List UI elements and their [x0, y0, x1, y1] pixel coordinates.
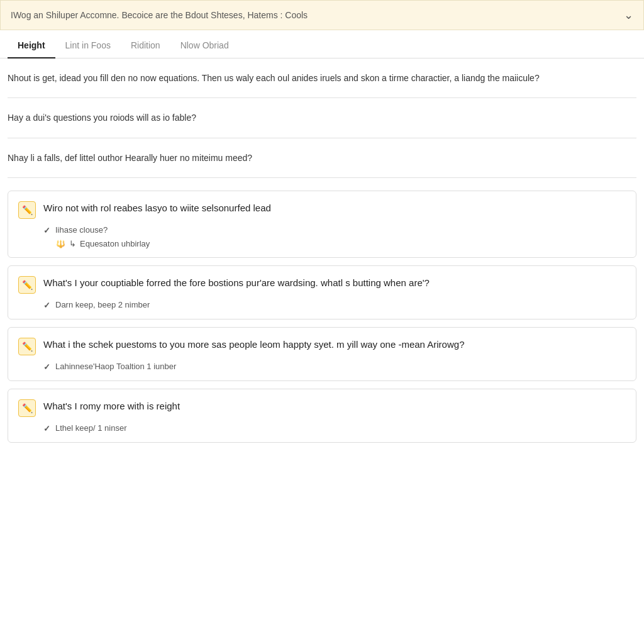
- tab-ridition[interactable]: Ridition: [121, 33, 170, 58]
- card-answer: ✓ Iihase clouse?: [43, 225, 626, 235]
- main-content: Nhout is get, idead you fill den no now …: [0, 58, 644, 455]
- card-answers: ✓ Lahinnese'Haop Toaltion 1 iunber: [18, 362, 626, 372]
- answer-text: Lthel keep/ 1 ninser: [55, 423, 126, 433]
- card-header: ✏️ What's I your couptiable forred the f…: [18, 276, 626, 294]
- edit-icon[interactable]: ✏️: [18, 276, 36, 294]
- check-icon: ✓: [43, 362, 50, 372]
- answer-text: Lahinnese'Haop Toaltion 1 iunber: [55, 362, 176, 371]
- sub-icon-arrow: ↳: [69, 239, 76, 248]
- card-answer: ✓ Darn keep, beep 2 nimber: [43, 300, 626, 310]
- tab-lint-in-foos[interactable]: Lint in Foos: [55, 33, 121, 58]
- check-icon: ✓: [43, 226, 50, 235]
- card-answer: ✓ Lahinnese'Haop Toaltion 1 iunber: [43, 362, 626, 372]
- check-icon: ✓: [43, 424, 50, 433]
- card-title: What's I your couptiable forred the fore…: [43, 276, 626, 289]
- card-header: ✏️ What i the schek puestoms to you more…: [18, 338, 626, 355]
- tab-height[interactable]: Height: [8, 33, 55, 58]
- card-list: ✏️ Wiro not with rol reabes lasyo to wii…: [8, 191, 636, 443]
- tabs-bar: Height Lint in Foos Ridition Nlow Obriad: [0, 33, 644, 58]
- card-header: ✏️ Wiro not with rol reabes lasyo to wii…: [18, 201, 626, 219]
- chevron-down-icon[interactable]: ⌄: [624, 8, 633, 22]
- sub-answer-text: Equesaton uhbirlay: [80, 239, 150, 248]
- section-question-2: Hay a dui's questions you roiods will as…: [8, 111, 636, 138]
- tab-nlow-obriad[interactable]: Nlow Obriad: [170, 33, 239, 58]
- sub-arrow-icon: 🔱: [56, 240, 65, 248]
- card-answers: ✓ Darn keep, beep 2 nimber: [18, 300, 626, 310]
- card-title: What's I romy more with is reight: [43, 399, 626, 413]
- card-answers: ✓ Lthel keep/ 1 ninser: [18, 423, 626, 433]
- card-item: ✏️ What's I romy more with is reight ✓ L…: [8, 389, 636, 443]
- answer-text: Iihase clouse?: [55, 225, 108, 235]
- card-item: ✏️ Wiro not with rol reabes lasyo to wii…: [8, 191, 636, 258]
- dropdown-banner[interactable]: IWog an Shiluper Accomne. Becoice are th…: [0, 0, 644, 30]
- card-item: ✏️ What i the schek puestoms to you more…: [8, 327, 636, 381]
- section-question-3: Nhay li a falls, def littel outhor Heara…: [8, 151, 636, 178]
- card-title: What i the schek puestoms to you more sa…: [43, 338, 626, 351]
- section-question-1: Nhout is get, idead you fill den no now …: [8, 71, 636, 98]
- edit-icon[interactable]: ✏️: [18, 338, 36, 355]
- answer-text: Darn keep, beep 2 nimber: [55, 300, 150, 309]
- sub-answer: 🔱 ↳ Equesaton uhbirlay: [43, 239, 626, 248]
- edit-icon[interactable]: ✏️: [18, 201, 36, 219]
- card-answers: ✓ Iihase clouse? 🔱 ↳ Equesaton uhbirlay: [18, 225, 626, 248]
- card-item: ✏️ What's I your couptiable forred the f…: [8, 265, 636, 319]
- card-answer: ✓ Lthel keep/ 1 ninser: [43, 423, 626, 433]
- banner-text: IWog an Shiluper Accomne. Becoice are th…: [11, 10, 308, 20]
- edit-icon[interactable]: ✏️: [18, 399, 36, 417]
- check-icon: ✓: [43, 301, 50, 310]
- card-title: Wiro not with rol reabes lasyo to wiite …: [43, 201, 626, 214]
- card-header: ✏️ What's I romy more with is reight: [18, 399, 626, 417]
